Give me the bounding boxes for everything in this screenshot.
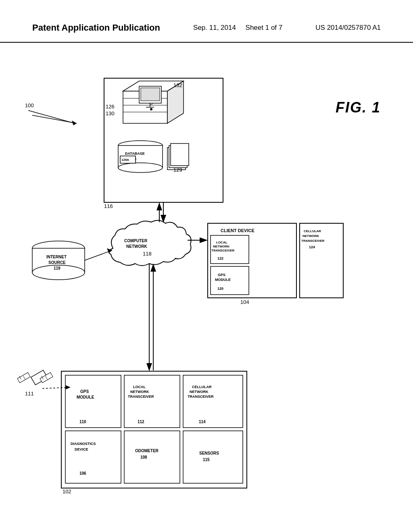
- svg-text:128A: 128A: [121, 158, 129, 162]
- svg-line-79: [19, 376, 21, 379]
- svg-text:GPS: GPS: [218, 273, 225, 277]
- svg-text:TRANSCEIVER: TRANSCEIVER: [128, 395, 154, 399]
- svg-marker-96: [72, 121, 77, 125]
- svg-text:DEVICE: DEVICE: [75, 447, 88, 451]
- fig-label: FIG. 1: [336, 99, 381, 116]
- svg-rect-78: [40, 372, 53, 382]
- page-header: Patent Application Publication Sep. 11, …: [0, 0, 413, 43]
- ref-116-label: 116: [104, 203, 113, 209]
- svg-rect-0: [104, 78, 223, 202]
- svg-rect-50: [61, 371, 247, 488]
- svg-rect-45: [300, 223, 343, 298]
- svg-text:TRANSCEIVER: TRANSCEIVER: [301, 239, 325, 243]
- svg-point-8: [150, 108, 152, 110]
- svg-marker-89: [107, 248, 112, 253]
- diagram-svg: 116 126 130 132: [0, 43, 413, 532]
- ref-130-label: 130: [106, 110, 115, 116]
- svg-text:NETWORK: NETWORK: [130, 390, 149, 394]
- svg-rect-40: [211, 235, 249, 264]
- svg-text:DATABASE: DATABASE: [125, 152, 145, 156]
- date-sheet-label: Sep. 11, 2014 Sheet 1 of 7: [193, 22, 282, 33]
- svg-text:GPS: GPS: [80, 389, 89, 394]
- svg-rect-61: [183, 375, 243, 428]
- svg-rect-25: [32, 248, 85, 272]
- svg-text:TRANSCEIVER: TRANSCEIVER: [188, 395, 214, 399]
- svg-rect-1: [123, 91, 167, 123]
- svg-text:LOCAL: LOCAL: [133, 385, 146, 389]
- svg-text:106: 106: [79, 471, 86, 476]
- svg-rect-76: [31, 370, 48, 385]
- svg-text:128: 128: [130, 157, 136, 161]
- svg-text:MODULE: MODULE: [215, 278, 231, 282]
- svg-rect-73: [183, 431, 243, 483]
- svg-line-80: [23, 376, 25, 379]
- svg-text:COMPUTER: COMPUTER: [124, 239, 148, 243]
- svg-text:NETWORK: NETWORK: [302, 234, 319, 238]
- svg-text:SOURCE: SOURCE: [48, 260, 66, 265]
- svg-rect-20: [167, 148, 186, 170]
- svg-text:115: 115: [203, 457, 210, 462]
- svg-line-82: [46, 376, 48, 379]
- svg-text:INTERNET: INTERNET: [46, 255, 67, 259]
- patent-number-label: US 2014/0257870 A1: [315, 22, 381, 33]
- svg-line-93: [42, 387, 71, 389]
- svg-text:120: 120: [217, 287, 223, 291]
- svg-line-81: [42, 376, 44, 379]
- svg-marker-3: [167, 81, 184, 123]
- ref-132-label: 132: [173, 82, 182, 88]
- svg-rect-36: [211, 266, 249, 295]
- svg-rect-77: [17, 372, 30, 382]
- svg-rect-9: [139, 86, 161, 103]
- svg-rect-70: [124, 431, 180, 483]
- svg-line-95: [32, 115, 77, 123]
- svg-line-97: [28, 110, 75, 123]
- svg-text:118: 118: [143, 251, 152, 257]
- svg-text:114: 114: [199, 420, 206, 424]
- svg-text:NETWORK: NETWORK: [126, 244, 147, 249]
- svg-text:129: 129: [173, 167, 182, 173]
- svg-rect-52: [65, 375, 121, 428]
- svg-text:112: 112: [138, 420, 144, 424]
- svg-text:102: 102: [63, 488, 71, 495]
- svg-text:119: 119: [54, 266, 60, 270]
- patent-page: Patent Application Publication Sep. 11, …: [0, 0, 413, 532]
- svg-line-88: [85, 250, 112, 260]
- svg-text:124: 124: [309, 245, 315, 249]
- date-label: Sep. 11, 2014: [193, 24, 236, 31]
- svg-text:108: 108: [140, 455, 147, 459]
- svg-text:NETWORK: NETWORK: [213, 245, 230, 248]
- svg-point-24: [32, 241, 85, 256]
- svg-marker-94: [66, 385, 71, 389]
- svg-point-26: [32, 265, 85, 280]
- svg-point-15: [118, 163, 163, 172]
- svg-rect-22: [171, 143, 189, 166]
- diagram-area: FIG. 1 100 116 126: [0, 43, 413, 526]
- svg-text:SENSORS: SENSORS: [199, 451, 219, 455]
- publication-label: Patent Application Publication: [32, 22, 160, 34]
- svg-rect-56: [124, 375, 180, 428]
- svg-text:CELLULAR: CELLULAR: [304, 229, 321, 233]
- svg-marker-2: [123, 81, 184, 91]
- svg-text:CELLULAR: CELLULAR: [192, 385, 212, 389]
- svg-rect-21: [169, 145, 187, 168]
- svg-text:CLIENT DEVICE: CLIENT DEVICE: [221, 228, 254, 233]
- svg-text:122: 122: [217, 256, 223, 260]
- ref-126-label: 126: [106, 104, 115, 110]
- svg-text:MODULE: MODULE: [77, 395, 94, 399]
- svg-rect-18: [120, 156, 136, 163]
- svg-text:LOCAL: LOCAL: [216, 241, 227, 244]
- svg-text:110: 110: [79, 420, 86, 424]
- svg-text:DIAGNOSTICS: DIAGNOSTICS: [71, 442, 96, 446]
- sheet-label: Sheet 1 of 7: [246, 24, 283, 31]
- svg-point-13: [118, 141, 163, 150]
- svg-text:TRANSCEIVER: TRANSCEIVER: [211, 249, 235, 252]
- svg-text:104: 104: [240, 299, 249, 305]
- svg-rect-66: [65, 431, 121, 483]
- svg-text:ODOMETER: ODOMETER: [135, 449, 159, 453]
- svg-text:111: 111: [25, 391, 34, 397]
- svg-rect-33: [208, 223, 296, 298]
- svg-rect-10: [141, 88, 160, 101]
- svg-point-7: [149, 100, 153, 104]
- svg-text:NETWORK: NETWORK: [190, 390, 209, 394]
- svg-rect-14: [118, 145, 163, 168]
